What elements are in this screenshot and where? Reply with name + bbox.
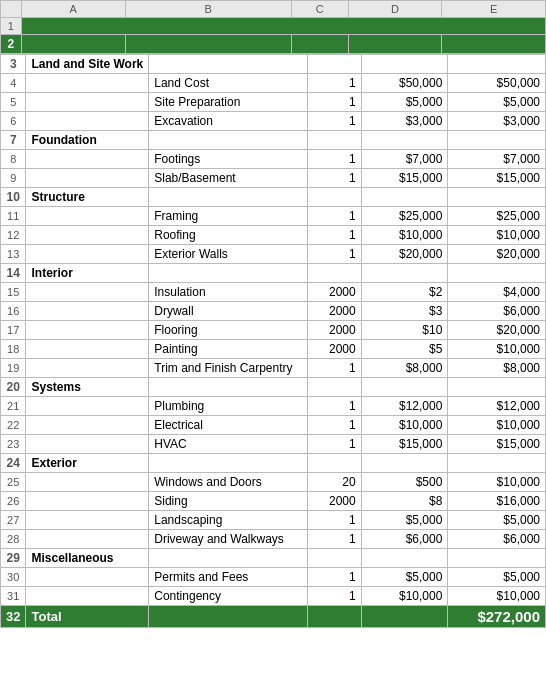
cell-unit-cost: $15,000 [361,169,448,188]
cell-unit-cost: $10,000 [361,416,448,435]
cell-total-cost: $10,000 [448,416,546,435]
row-num-14: 14 [1,264,26,283]
data-row: 11Framing1$25,000$25,000 [1,207,546,226]
data-row: 26Siding2000$8$16,000 [1,492,546,511]
cell-subcategory: Contingency [149,587,308,606]
cell-unit-cost: $5,000 [361,511,448,530]
row-num-4: 4 [1,74,26,93]
cell-subcategory: Slab/Basement [149,169,308,188]
cell-total-cost: $10,000 [448,226,546,245]
cell-category [26,473,149,492]
cell-subcategory: Footings [149,150,308,169]
cell-unit-cost: $5,000 [361,93,448,112]
spreadsheet: A B C D E 1 2 [0,0,546,54]
cell-total-cost: $12,000 [448,397,546,416]
category-row: 29Miscellaneous [1,549,546,568]
cell-category [26,435,149,454]
cell-qty: 2000 [308,302,361,321]
category-row: 20Systems [1,378,546,397]
data-row: 25Windows and Doors20$500$10,000 [1,473,546,492]
cell-total-cost: $10,000 [448,587,546,606]
cell-category: Land and Site Work [26,55,149,74]
cell-unit-cost: $3,000 [361,112,448,131]
cell-qty: 1 [308,169,361,188]
cell-total-cost: $25,000 [448,207,546,226]
cell-subcategory: Land Cost [149,74,308,93]
cell-category [26,207,149,226]
row-num-24: 24 [1,454,26,473]
cell-total-cost [448,378,546,397]
cell-total-cost: $16,000 [448,492,546,511]
col-qty-header [291,35,348,54]
cell-unit-cost [361,131,448,150]
cell-unit-cost: $5 [361,340,448,359]
cell-qty: 1 [308,435,361,454]
data-row: 30Permits and Fees1$5,000$5,000 [1,568,546,587]
cell-total-cost: $20,000 [448,245,546,264]
cell-qty [308,549,361,568]
cell-subcategory [149,55,308,74]
category-row: 24Exterior [1,454,546,473]
row-num-27: 27 [1,511,26,530]
cell-unit-cost: $6,000 [361,530,448,549]
data-row: 6Excavation1$3,000$3,000 [1,112,546,131]
data-row: 22Electrical1$10,000$10,000 [1,416,546,435]
cell-subcategory: Framing [149,207,308,226]
cell-subcategory: Roofing [149,226,308,245]
data-row: 4Land Cost1$50,000$50,000 [1,74,546,93]
cell-category [26,74,149,93]
row-num-13: 13 [1,245,26,264]
total-value: $272,000 [448,606,546,628]
title-row: 1 [1,18,546,35]
cell-total-cost: $3,000 [448,112,546,131]
cell-category [26,568,149,587]
cell-category [26,397,149,416]
cell-qty: 20 [308,473,361,492]
data-row: 17Flooring2000$10$20,000 [1,321,546,340]
cell-qty [308,454,361,473]
cell-category [26,530,149,549]
total-row: 32Total$272,000 [1,606,546,628]
cell-category: Structure [26,188,149,207]
cell-unit-cost: $20,000 [361,245,448,264]
cell-total-cost: $5,000 [448,568,546,587]
row-num-28: 28 [1,530,26,549]
col-category-header [21,35,125,54]
row-num-total: 32 [1,606,26,628]
cell-qty [308,264,361,283]
cell-qty: 2000 [308,340,361,359]
cell-category: Systems [26,378,149,397]
cell-total-cost: $15,000 [448,435,546,454]
data-row: 19Trim and Finish Carpentry1$8,000$8,000 [1,359,546,378]
total-label: Total [26,606,149,628]
cell-unit-cost: $15,000 [361,435,448,454]
cell-category [26,340,149,359]
cell-qty: 1 [308,93,361,112]
row-num-30: 30 [1,568,26,587]
cell-subcategory: Plumbing [149,397,308,416]
corner-cell [1,1,22,18]
col-header-b: B [125,1,291,18]
cell-category [26,93,149,112]
row-num-10: 10 [1,188,26,207]
row-num-5: 5 [1,93,26,112]
cell-total-cost: $10,000 [448,340,546,359]
cell-unit-cost [361,549,448,568]
cell-total-cost: $4,000 [448,283,546,302]
col-header-e: E [442,1,546,18]
cell-total-cost: $8,000 [448,359,546,378]
cell-total-cost [448,131,546,150]
cell-subcategory: HVAC [149,435,308,454]
cell-total-cost: $10,000 [448,473,546,492]
cell-unit-cost [361,378,448,397]
cell-total-cost [448,549,546,568]
cell-qty: 1 [308,359,361,378]
col-unitcost-header [348,35,441,54]
row-num-3: 3 [1,55,26,74]
cell-qty: 2000 [308,321,361,340]
data-row: 16Drywall2000$3$6,000 [1,302,546,321]
category-row: 3Land and Site Work [1,55,546,74]
col-header-d: D [348,1,441,18]
cell-total-cost: $6,000 [448,302,546,321]
row-num-16: 16 [1,302,26,321]
